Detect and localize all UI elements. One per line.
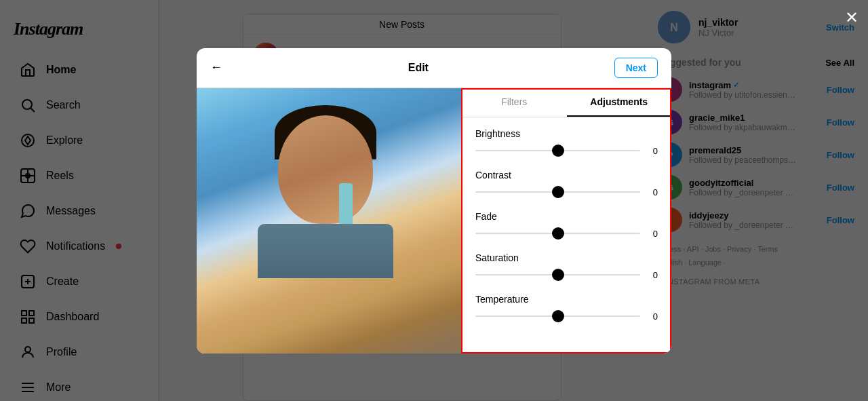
adjustment-item-fade: Fade 0 (475, 211, 658, 239)
face-simulation (264, 115, 387, 265)
adjustment-value-temperature: 0 (647, 311, 658, 322)
slider-thumb-fade[interactable] (552, 227, 564, 240)
adjustment-item-brightness: Brightness 0 (475, 128, 658, 156)
adjustment-item-temperature: Temperature 0 (475, 294, 658, 322)
slider-track-brightness[interactable] (475, 150, 640, 151)
adjustment-row-fade: 0 (475, 229, 658, 239)
adjustment-value-saturation: 0 (647, 270, 658, 280)
adjustment-row-temperature: 0 (475, 311, 658, 322)
adjustment-row-saturation: 0 (475, 270, 658, 280)
modal-overlay: ✕ ← Edit Next FiltersAdjustments Brig (0, 0, 868, 401)
slider-track-saturation[interactable] (475, 274, 640, 275)
adjustment-label-brightness: Brightness (475, 128, 658, 139)
modal-adjustments: Brightness 0 Contrast 0 Fade 0 Saturatio… (462, 117, 671, 354)
modal-title: Edit (408, 62, 429, 74)
face-shape (278, 115, 373, 224)
slider-thumb-temperature[interactable] (552, 310, 564, 322)
edit-modal: ← Edit Next FiltersAdjustments Brightnes… (197, 48, 671, 354)
modal-tab-adjustments[interactable]: Adjustments (567, 88, 672, 117)
slider-track-fade[interactable] (475, 233, 640, 234)
modal-back-button[interactable]: ← (210, 60, 222, 75)
adjustment-label-contrast: Contrast (475, 170, 658, 180)
adjustment-value-contrast: 0 (647, 187, 658, 197)
slider-thumb-brightness[interactable] (552, 145, 564, 157)
slider-track-contrast[interactable] (475, 191, 640, 193)
slider-track-temperature[interactable] (475, 316, 640, 317)
shirt-shape (258, 224, 393, 278)
modal-header: ← Edit Next (197, 48, 671, 88)
adjustment-value-brightness: 0 (647, 146, 658, 156)
modal-close-button[interactable]: ✕ (845, 8, 859, 27)
adjustment-value-fade: 0 (647, 229, 658, 239)
modal-tab-filters[interactable]: Filters (462, 88, 567, 117)
modal-next-button[interactable]: Next (614, 58, 658, 78)
modal-body: FiltersAdjustments Brightness 0 Contrast… (197, 88, 671, 354)
adjustment-row-brightness: 0 (475, 146, 658, 156)
adjustment-label-temperature: Temperature (475, 294, 658, 305)
adjustment-label-fade: Fade (475, 211, 658, 222)
adjustment-row-contrast: 0 (475, 187, 658, 197)
slider-thumb-contrast[interactable] (552, 186, 564, 198)
modal-tabs: FiltersAdjustments (462, 88, 671, 117)
adjustment-item-contrast: Contrast 0 (475, 170, 658, 197)
slider-thumb-saturation[interactable] (552, 269, 564, 281)
adjustment-item-saturation: Saturation 0 (475, 252, 658, 280)
modal-right-panel: FiltersAdjustments Brightness 0 Contrast… (461, 88, 671, 354)
modal-image (197, 88, 461, 354)
adjustment-label-saturation: Saturation (475, 252, 658, 263)
